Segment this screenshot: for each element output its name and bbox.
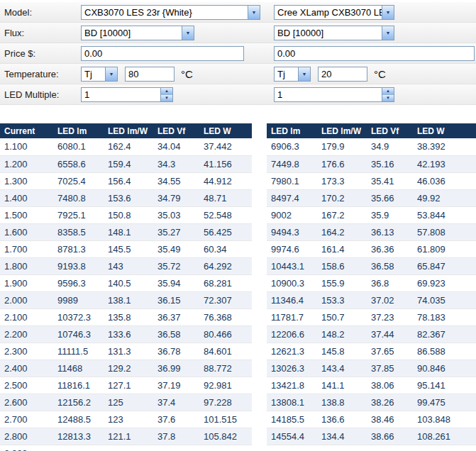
cell-value: 11346.4	[267, 291, 317, 308]
cell-value: 10372.3	[53, 308, 104, 325]
temp-input-left[interactable]	[125, 67, 175, 82]
cell-value: 108.261	[413, 428, 476, 445]
temp-input-right[interactable]	[318, 67, 367, 82]
dropdown-arrow-icon[interactable]: ▼	[382, 26, 394, 40]
table-row: 2.10010372.3135.836.3776.36811781.7150.7…	[0, 308, 476, 325]
cell-value: 135.8	[104, 308, 153, 325]
cell-value: 36.15	[153, 291, 199, 308]
cell-value: 46.036	[413, 172, 476, 189]
cell-value: 141.1	[317, 377, 367, 394]
cell-value: 38.66	[367, 428, 413, 445]
cell-value: 9596.3	[53, 274, 104, 291]
cell-value: 82.367	[413, 325, 476, 343]
dropdown-arrow-icon[interactable]: ▼	[382, 6, 394, 19]
model-select-right[interactable]: Cree XLamp CXB3070 LES ▼	[274, 5, 394, 20]
led-multiple-row: LED Multiple: ▲ ▼ ▲ ▼	[0, 84, 476, 105]
cell-value: 99.475	[413, 394, 476, 411]
panel-gutter	[264, 23, 274, 43]
cell-value: 56.425	[199, 223, 252, 240]
flux-select-left[interactable]: BD [10000] ▼	[81, 26, 194, 40]
cell-value: 136.6	[317, 411, 367, 428]
led-multiple-input-right[interactable]	[275, 88, 382, 101]
dropdown-arrow-icon[interactable]: ▼	[298, 67, 310, 81]
column-gap	[252, 411, 267, 428]
cell-value: 125	[104, 394, 153, 411]
cell-value: 173.3	[317, 172, 367, 189]
column-gap	[252, 428, 267, 445]
cell-value: 13026.3	[267, 360, 317, 377]
header-led-w-left: LED W	[199, 123, 252, 138]
cell-value: 95.141	[413, 377, 476, 394]
cell-value: 145.5	[104, 240, 153, 257]
temp-mode-select-left[interactable]: Tj ▼	[81, 67, 118, 82]
temp-mode-select-right-value: Tj	[275, 67, 298, 81]
cell-current: 1.700	[0, 240, 53, 257]
price-input-left[interactable]	[81, 46, 244, 61]
cell-value: 103.848	[413, 411, 476, 428]
cell-value: 9989	[53, 291, 104, 308]
price-input-right[interactable]	[274, 46, 475, 61]
cell-value: 36.99	[153, 360, 199, 377]
cell-value: 156.4	[104, 172, 153, 189]
cell-value: 10900.3	[267, 274, 317, 291]
cell-value: 134.4	[317, 428, 367, 445]
dropdown-arrow-icon[interactable]: ▼	[248, 6, 260, 19]
cell-value: 14554.4	[267, 428, 317, 445]
cell-value: 7025.4	[53, 172, 104, 189]
spinner-down-icon[interactable]: ▼	[382, 95, 394, 101]
cell-value: 9193.8	[53, 257, 104, 274]
cell-value: 35.49	[153, 240, 199, 257]
cell-value: 35.9	[367, 206, 413, 223]
cell-value: 179.9	[317, 138, 367, 155]
table-row: 2.0009989138.136.1572.30711346.4153.337.…	[0, 291, 476, 308]
column-gap	[252, 172, 267, 189]
spinner-up-icon[interactable]: ▲	[161, 88, 172, 95]
table-row: 1.7008781.3145.535.4960.349974.6161.436.…	[0, 240, 476, 257]
cell-value: 48.71	[199, 189, 252, 206]
model-label: Model:	[4, 7, 81, 18]
spinner-down-icon[interactable]: ▼	[161, 95, 172, 101]
temp-mode-select-right[interactable]: Tj ▼	[274, 67, 311, 82]
cell-value: 161.4	[317, 240, 367, 257]
led-multiple-stepper-right[interactable]: ▲ ▼	[274, 87, 394, 102]
cell-value	[267, 445, 317, 451]
cell-value: 7480.8	[53, 189, 104, 206]
dropdown-arrow-icon[interactable]: ▼	[105, 67, 117, 81]
cell-value	[413, 445, 476, 451]
table-row: 2.70012488.512337.6101.51514185.5136.638…	[0, 411, 476, 428]
cell-value: 92.981	[199, 377, 252, 394]
cell-current: 2.400	[0, 360, 53, 377]
header-led-lmw-right: LED lm/W	[317, 123, 367, 138]
cell-value: 155.9	[317, 274, 367, 291]
cell-value: 7449.8	[267, 155, 317, 172]
cell-value: 138.8	[317, 394, 367, 411]
cell-current: 1.500	[0, 206, 53, 223]
cell-current: 2.900	[0, 445, 53, 451]
cell-value: 57.808	[413, 223, 476, 240]
cell-value: 38.26	[367, 394, 413, 411]
temperature-label: Temperature:	[4, 69, 81, 79]
dropdown-arrow-icon[interactable]: ▼	[182, 26, 194, 40]
cell-value: 153.6	[104, 189, 153, 206]
flux-select-right[interactable]: BD [10000] ▼	[274, 26, 394, 40]
cell-value: 11111.5	[53, 343, 104, 360]
led-multiple-stepper-left[interactable]: ▲ ▼	[81, 87, 173, 102]
cell-value: 86.588	[413, 343, 476, 360]
cell-value: 11816.1	[53, 377, 104, 394]
spinner-up-icon[interactable]: ▲	[382, 88, 394, 95]
cell-current: 1.800	[0, 257, 53, 274]
cell-value: 52.548	[199, 206, 252, 223]
column-gap	[252, 445, 267, 451]
cell-value: 35.72	[153, 257, 199, 274]
led-multiple-input-left[interactable]	[82, 88, 160, 101]
cell-value: 105.842	[199, 428, 252, 445]
cell-current: 2.500	[0, 377, 53, 394]
cell-value: 153.3	[317, 291, 367, 308]
cell-value: 80.466	[199, 325, 252, 343]
cell-value: 35.94	[153, 274, 199, 291]
column-gap	[252, 343, 267, 360]
table-row: 2.20010746.3133.636.5880.46612206.6148.2…	[0, 325, 476, 343]
cell-value: 34.79	[153, 189, 199, 206]
cell-value: 12813.3	[53, 428, 104, 445]
model-select-left[interactable]: CXB3070 LES 23r {White} ▼	[81, 5, 260, 20]
